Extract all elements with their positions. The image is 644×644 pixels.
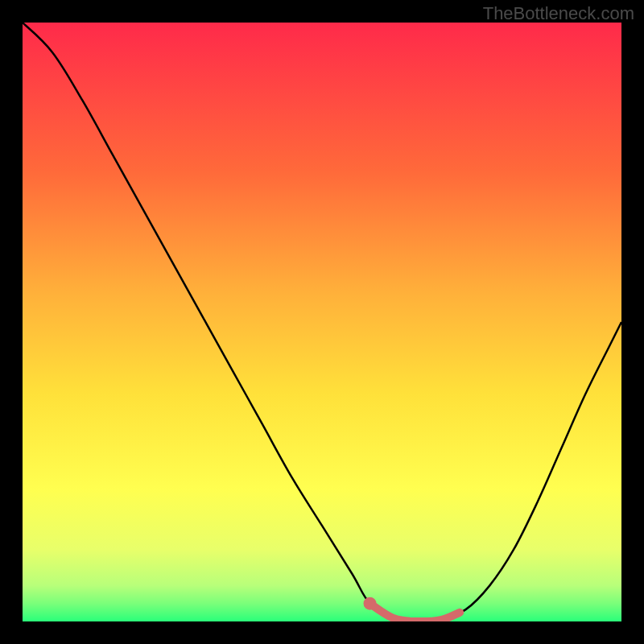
gradient-background — [23, 23, 621, 621]
chart-plot-area — [23, 23, 621, 621]
optimal-start-dot — [364, 597, 377, 610]
watermark-text: TheBottleneck.com — [483, 3, 634, 24]
chart-svg — [23, 23, 621, 621]
